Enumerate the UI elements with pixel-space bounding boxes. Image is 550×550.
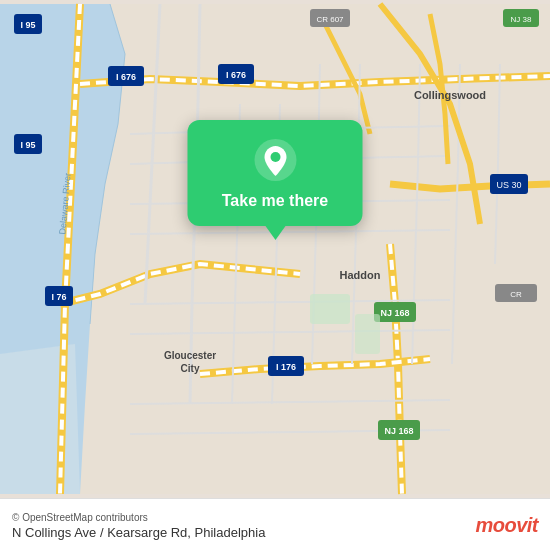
moovit-logo-text: moovit: [475, 514, 538, 537]
svg-text:NJ 168: NJ 168: [380, 308, 409, 318]
popup-card: Take me there: [188, 120, 363, 226]
svg-text:NJ 168: NJ 168: [384, 426, 413, 436]
svg-text:US 30: US 30: [496, 180, 521, 190]
svg-text:I 76: I 76: [51, 292, 66, 302]
svg-text:I 176: I 176: [276, 362, 296, 372]
svg-text:I 95: I 95: [20, 140, 35, 150]
app: I 95 I 95 I 676 I 676 I 76 I 176 NJ 168 …: [0, 0, 550, 550]
svg-text:I 676: I 676: [116, 72, 136, 82]
footer: © OpenStreetMap contributors N Collings …: [0, 498, 550, 550]
svg-text:I 95: I 95: [20, 20, 35, 30]
moovit-logo: moovit: [475, 514, 538, 537]
svg-rect-30: [310, 294, 350, 324]
svg-text:CR 607: CR 607: [316, 15, 344, 24]
svg-rect-31: [355, 314, 380, 354]
svg-text:City: City: [181, 363, 200, 374]
svg-text:Haddon: Haddon: [340, 269, 381, 281]
location-pin-icon: [253, 138, 297, 182]
svg-text:Collingswood: Collingswood: [414, 89, 486, 101]
map-container: I 95 I 95 I 676 I 676 I 76 I 176 NJ 168 …: [0, 0, 550, 498]
map-background: I 95 I 95 I 676 I 676 I 76 I 176 NJ 168 …: [0, 0, 550, 498]
svg-text:Gloucester: Gloucester: [164, 350, 216, 361]
footer-info: © OpenStreetMap contributors N Collings …: [12, 512, 265, 540]
take-me-there-button[interactable]: Take me there: [222, 192, 328, 210]
svg-text:NJ 38: NJ 38: [511, 15, 532, 24]
svg-text:I 676: I 676: [226, 70, 246, 80]
location-text: N Collings Ave / Kearsarge Rd, Philadelp…: [12, 525, 265, 540]
svg-point-33: [270, 152, 280, 162]
svg-text:CR: CR: [510, 290, 522, 299]
copyright-text: © OpenStreetMap contributors: [12, 512, 265, 523]
